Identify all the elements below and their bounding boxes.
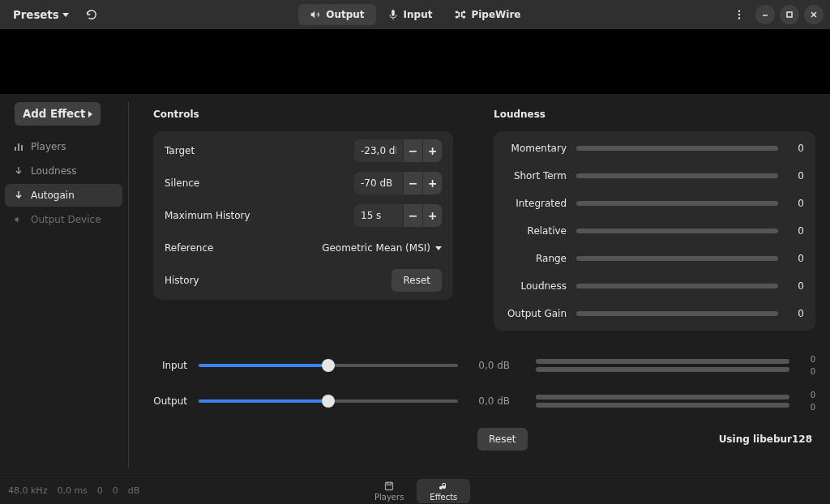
add-effect-button[interactable]: Add Effect — [15, 102, 101, 126]
main: Controls Target − + Silence — [129, 94, 830, 476]
meter — [576, 173, 778, 178]
loudness-value: 0 — [788, 198, 804, 209]
silence-input[interactable] — [354, 172, 403, 194]
io-input-label: Input — [153, 360, 187, 371]
loudness-column: Loudness Momentary 0 Short Term 0 Integr… — [494, 109, 815, 331]
control-label: Maximum History — [165, 210, 346, 221]
music-note-icon — [439, 481, 448, 492]
reference-dropdown[interactable]: Geometric Mean (MSI) — [322, 242, 442, 254]
status-unit: dB — [128, 485, 140, 496]
sidebar-item-label: Autogain — [31, 190, 75, 201]
input-gain-slider[interactable] — [199, 359, 458, 372]
level-bar-right — [536, 403, 789, 408]
control-silence: Silence − + — [153, 167, 453, 199]
loudness-label: Integrated — [505, 198, 567, 209]
target-input[interactable] — [354, 139, 403, 162]
svg-rect-11 — [15, 147, 16, 151]
decrement-button[interactable]: − — [403, 172, 422, 194]
tab-input-label: Input — [404, 9, 433, 20]
silence-spinbox: − + — [354, 172, 442, 194]
spectrum-banner — [0, 29, 830, 94]
sidebar-item-loudness[interactable]: Loudness — [5, 160, 122, 182]
target-spinbox: − + — [354, 139, 442, 162]
output-db-value: 0,0 dB — [469, 395, 510, 407]
output-gain-slider[interactable] — [199, 395, 458, 408]
maximize-icon — [785, 11, 794, 19]
loudness-value: 0 — [788, 143, 804, 154]
svg-point-6 — [738, 17, 740, 19]
footer-status: 48,0 kHz 0,0 ms 0 0 dB — [8, 485, 139, 496]
decrement-button[interactable]: − — [403, 204, 422, 227]
level-value: 0 — [801, 403, 815, 412]
maxhist-spinbox: − + — [354, 204, 442, 227]
meter — [576, 256, 778, 261]
footer-tab-label: Players — [374, 493, 404, 502]
loudness-title: Loudness — [494, 109, 815, 120]
control-label: History — [165, 275, 383, 286]
presets-button[interactable]: Presets — [6, 4, 75, 26]
footer-tabs: Players Effects — [139, 479, 692, 503]
meter — [576, 229, 778, 233]
decrement-button[interactable]: − — [403, 139, 422, 162]
input-level-values: 0 0 — [801, 355, 815, 376]
microphone-icon — [387, 9, 399, 20]
level-bar-right — [536, 367, 789, 372]
sidebar-item-output-device[interactable]: Output Device — [5, 208, 122, 231]
using-label: Using libebur128 — [719, 434, 812, 445]
maxhist-input[interactable] — [354, 204, 403, 227]
loudness-output-gain: Output Gain 0 — [494, 300, 815, 327]
sidebar-item-label: Players — [31, 141, 66, 152]
loudness-integrated: Integrated 0 — [494, 190, 815, 217]
tab-output[interactable]: Output — [298, 4, 375, 25]
menu-button[interactable] — [728, 3, 751, 26]
pipewire-icon — [455, 9, 466, 20]
svg-rect-12 — [18, 143, 19, 151]
sidebar: Add Effect Players Loudness Autogain Out… — [0, 94, 128, 476]
down-arrow-icon — [13, 190, 24, 200]
input-db-value: 0,0 dB — [469, 360, 510, 371]
svg-rect-8 — [787, 12, 792, 17]
meter — [576, 311, 778, 316]
meter — [576, 146, 778, 151]
slider-thumb[interactable] — [322, 359, 335, 372]
close-button[interactable] — [804, 5, 824, 24]
minimize-icon — [761, 11, 769, 19]
tab-input[interactable]: Input — [376, 4, 444, 25]
control-history: History Reset — [153, 264, 453, 297]
svg-point-5 — [738, 14, 740, 15]
control-label: Silence — [165, 177, 346, 189]
footer-tab-label: Effects — [430, 493, 457, 502]
loudness-value: 0 — [788, 308, 804, 319]
loudness-short-term: Short Term 0 — [494, 162, 815, 190]
level-value: 0 — [801, 391, 815, 399]
sidebar-item-autogain[interactable]: Autogain — [5, 184, 122, 207]
refresh-button[interactable] — [80, 3, 103, 26]
status-samplerate: 48,0 kHz — [8, 485, 47, 496]
minimize-button[interactable] — [755, 5, 775, 24]
io-block: Input 0,0 dB 0 0 Output — [153, 355, 815, 412]
tab-pipewire[interactable]: PipeWire — [443, 4, 532, 25]
maximize-button[interactable] — [780, 5, 799, 24]
increment-button[interactable]: + — [422, 139, 442, 162]
tab-output-label: Output — [326, 9, 364, 20]
loudness-relative: Relative 0 — [494, 217, 815, 245]
slider-thumb[interactable] — [322, 395, 335, 408]
io-output-label: Output — [153, 395, 187, 407]
loudness-value: 0 — [788, 280, 804, 292]
footer-tab-players[interactable]: Players — [362, 479, 417, 503]
titlebar-left: Presets — [6, 3, 103, 26]
increment-button[interactable]: + — [422, 204, 442, 227]
control-label: Reference — [165, 242, 314, 254]
sidebar-item-players[interactable]: Players — [5, 135, 122, 158]
presets-label: Presets — [13, 9, 59, 21]
io-reset-button[interactable]: Reset — [477, 428, 528, 451]
slider-fill — [199, 399, 328, 403]
chevron-right-icon — [88, 111, 92, 117]
output-level-values: 0 0 — [801, 391, 815, 412]
level-value: 0 — [801, 367, 815, 376]
svg-rect-0 — [456, 11, 459, 14]
footer-tab-effects[interactable]: Effects — [417, 479, 470, 503]
history-reset-button[interactable]: Reset — [391, 269, 442, 292]
sidebar-item-label: Loudness — [31, 165, 77, 177]
increment-button[interactable]: + — [422, 172, 442, 194]
